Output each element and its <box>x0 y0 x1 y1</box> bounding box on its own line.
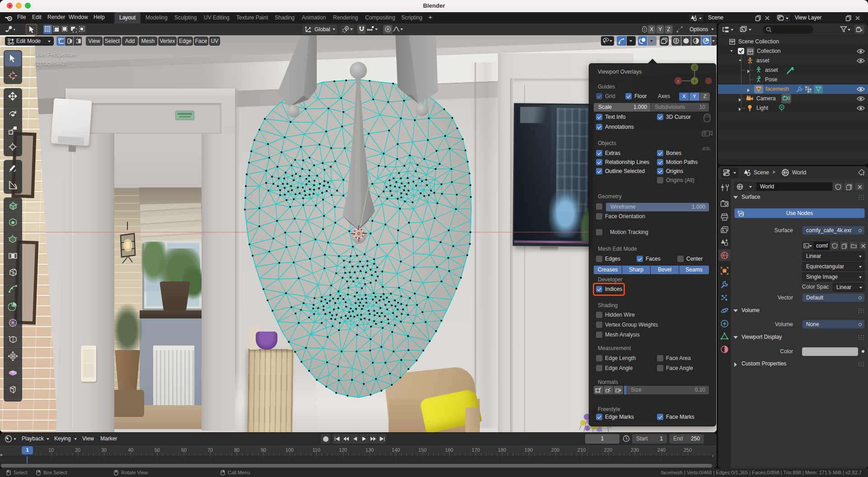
svg-text:Y: Y <box>693 79 696 84</box>
svg-text:Z: Z <box>693 65 696 70</box>
svg-text:X: X <box>677 79 680 84</box>
